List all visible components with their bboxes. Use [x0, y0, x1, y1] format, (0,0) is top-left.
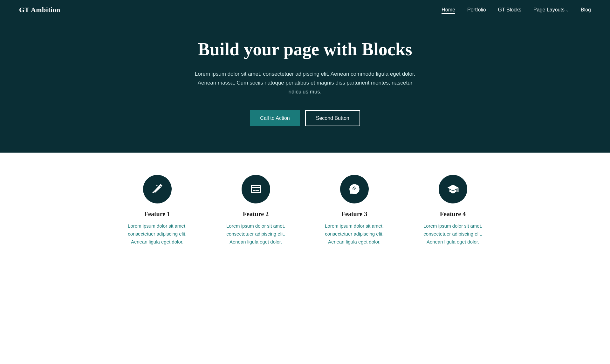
- nav-links: Home Portfolio GT Blocks Page Layouts⌄ B…: [442, 7, 591, 13]
- hero-section: Build your page with Blocks Lorem ipsum …: [0, 0, 610, 153]
- feature-3-text: Lorem ipsum dolor sit amet, consectetuer…: [319, 222, 389, 246]
- feature-1-text: Lorem ipsum dolor sit amet, consectetuer…: [122, 222, 192, 246]
- feature-3-title: Feature 3: [341, 210, 367, 218]
- feature-4-title: Feature 4: [440, 210, 466, 218]
- wand-icon: [151, 183, 163, 195]
- features-section: Feature 1 Lorem ipsum dolor sit amet, co…: [0, 153, 610, 265]
- feature-4-text: Lorem ipsum dolor sit amet, consectetuer…: [418, 222, 488, 246]
- nav-item-gtblocks[interactable]: GT Blocks: [498, 7, 522, 13]
- features-grid: Feature 1 Lorem ipsum dolor sit amet, co…: [114, 175, 496, 246]
- book-icon: [447, 183, 459, 195]
- brand-logo: GT Ambition: [19, 6, 60, 14]
- cta-primary-button[interactable]: Call to Action: [250, 110, 300, 126]
- hero-subtitle: Lorem ipsum dolor sit amet, consectetuer…: [188, 70, 423, 96]
- feature-item-1: Feature 1 Lorem ipsum dolor sit amet, co…: [114, 175, 200, 246]
- feature-1-icon-circle: [143, 175, 172, 203]
- cta-secondary-button[interactable]: Second Button: [305, 110, 360, 126]
- feature-3-icon-circle: [340, 175, 369, 203]
- pencil-ban-icon: [348, 183, 360, 195]
- card-icon: [250, 183, 262, 195]
- feature-4-icon-circle: [439, 175, 467, 203]
- chevron-down-icon: ⌄: [566, 8, 569, 12]
- nav-item-home[interactable]: Home: [442, 7, 455, 13]
- nav-item-blog[interactable]: Blog: [581, 7, 591, 13]
- hero-buttons: Call to Action Second Button: [250, 110, 360, 126]
- feature-item-4: Feature 4 Lorem ipsum dolor sit amet, co…: [410, 175, 496, 246]
- feature-item-3: Feature 3 Lorem ipsum dolor sit amet, co…: [312, 175, 397, 246]
- nav-item-portfolio[interactable]: Portfolio: [467, 7, 486, 13]
- feature-item-2: Feature 2 Lorem ipsum dolor sit amet, co…: [213, 175, 299, 246]
- feature-2-text: Lorem ipsum dolor sit amet, consectetuer…: [221, 222, 291, 246]
- hero-title: Build your page with Blocks: [198, 39, 412, 59]
- feature-1-title: Feature 1: [144, 210, 170, 218]
- feature-2-icon-circle: [242, 175, 270, 203]
- feature-2-title: Feature 2: [243, 210, 269, 218]
- main-nav: GT Ambition Home Portfolio GT Blocks Pag…: [0, 0, 610, 20]
- nav-item-pagelayouts[interactable]: Page Layouts⌄: [533, 7, 569, 13]
